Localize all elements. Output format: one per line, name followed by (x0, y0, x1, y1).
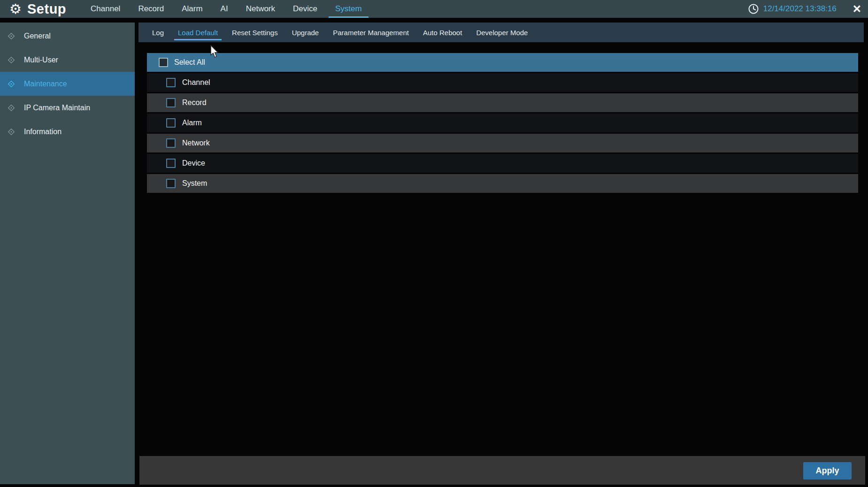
nav-item-network[interactable]: Network (246, 0, 275, 18)
diamond-icon (8, 80, 15, 88)
sidebar-item-label: Multi-User (24, 56, 58, 64)
tab-parameter-management[interactable]: Parameter Management (326, 23, 416, 42)
option-row-record[interactable]: Record (147, 93, 858, 112)
tab-reset-settings[interactable]: Reset Settings (225, 23, 285, 42)
tab-developer-mode[interactable]: Developer Mode (469, 23, 535, 42)
device-checkbox[interactable] (166, 159, 176, 168)
setup-window: ⚙ Setup Channel Record Alarm AI Network … (0, 0, 868, 487)
row-label: System (182, 179, 207, 188)
diamond-icon (8, 32, 15, 40)
app-title: Setup (27, 1, 66, 17)
tab-upgrade[interactable]: Upgrade (285, 23, 326, 42)
diamond-icon (8, 56, 15, 64)
sidebar-item-label: Maintenance (24, 80, 67, 88)
sidebar-item-label: Information (24, 128, 61, 136)
diamond-icon (8, 128, 15, 136)
network-checkbox[interactable] (166, 138, 176, 148)
sidebar-item-maintenance[interactable]: Maintenance (0, 72, 135, 96)
option-row-network[interactable]: Network (147, 134, 858, 152)
app-brand: ⚙ Setup (9, 1, 66, 17)
sidebar: General Multi-User Maintenance IP Camera… (0, 23, 135, 484)
row-label: Channel (182, 78, 210, 87)
record-checkbox[interactable] (166, 98, 176, 107)
apply-button[interactable]: Apply (803, 462, 852, 479)
main-nav: Channel Record Alarm AI Network Device S… (91, 0, 362, 18)
tab-load-default[interactable]: Load Default (171, 23, 225, 42)
nav-item-channel[interactable]: Channel (91, 0, 120, 18)
tab-auto-reboot[interactable]: Auto Reboot (416, 23, 469, 42)
row-label: Select All (174, 58, 205, 67)
datetime-area: 12/14/2022 13:38:16 (748, 3, 837, 15)
option-row-channel[interactable]: Channel (147, 73, 858, 92)
footer-bar: Apply (139, 456, 865, 485)
sidebar-item-label: IP Camera Maintain (24, 104, 90, 112)
nav-item-record[interactable]: Record (138, 0, 164, 18)
datetime-text: 12/14/2022 13:38:16 (763, 4, 837, 14)
sidebar-item-information[interactable]: Information (0, 120, 135, 144)
row-label: Alarm (182, 119, 202, 127)
load-default-options: Select All Channel Record Alarm Network … (147, 53, 858, 194)
clock-icon (748, 3, 759, 15)
row-label: Network (182, 139, 210, 147)
row-label: Record (182, 99, 207, 107)
row-label: Device (182, 159, 205, 167)
nav-item-alarm[interactable]: Alarm (182, 0, 202, 18)
select-all-checkbox[interactable] (159, 58, 168, 67)
alarm-checkbox[interactable] (166, 118, 176, 128)
select-all-row[interactable]: Select All (147, 53, 858, 72)
option-row-device[interactable]: Device (147, 154, 858, 173)
tab-bar: Log Load Default Reset Settings Upgrade … (138, 23, 864, 42)
nav-item-ai[interactable]: AI (221, 0, 228, 18)
diamond-icon (8, 104, 15, 112)
option-row-alarm[interactable]: Alarm (147, 114, 858, 132)
nav-item-system[interactable]: System (335, 0, 362, 18)
sidebar-item-label: General (24, 32, 51, 40)
option-row-system[interactable]: System (147, 174, 858, 193)
top-bar: ⚙ Setup Channel Record Alarm AI Network … (0, 0, 868, 18)
close-icon[interactable]: ✕ (853, 4, 861, 15)
channel-checkbox[interactable] (166, 78, 176, 87)
sidebar-item-ip-camera-maintain[interactable]: IP Camera Maintain (0, 96, 135, 120)
sidebar-item-multi-user[interactable]: Multi-User (0, 48, 135, 72)
tab-log[interactable]: Log (145, 23, 171, 42)
nav-item-device[interactable]: Device (293, 0, 317, 18)
sidebar-item-general[interactable]: General (0, 24, 135, 48)
system-checkbox[interactable] (166, 179, 176, 188)
gear-icon: ⚙ (9, 2, 22, 16)
